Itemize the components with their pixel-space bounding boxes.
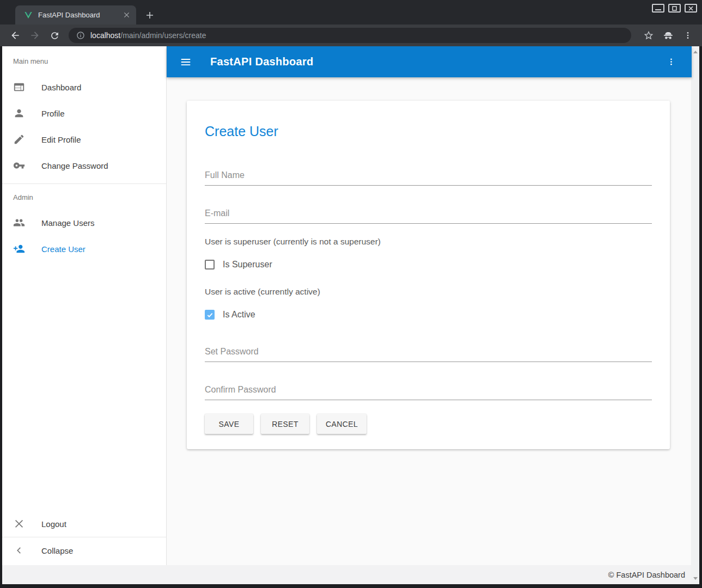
browser-tab[interactable]: FastAPI Dashboard — [15, 5, 136, 24]
form-actions: SAVE RESET CANCEL — [205, 414, 652, 434]
sidebar-section-admin: Admin — [2, 184, 166, 202]
full-name-input[interactable] — [205, 170, 652, 186]
sidebar-item-label: Dashboard — [41, 83, 81, 92]
app-menu-kebab-icon[interactable] — [664, 56, 677, 69]
is-superuser-checkbox[interactable] — [205, 260, 215, 270]
create-user-card: Create User User is superuser (currently… — [187, 101, 670, 449]
sidebar-item-dashboard[interactable]: Dashboard — [2, 74, 166, 100]
sidebar-bottom: Logout Collapse — [2, 511, 166, 564]
incognito-icon — [661, 28, 676, 43]
new-tab-button[interactable] — [142, 8, 157, 22]
pencil-icon — [13, 133, 25, 145]
page-title: Create User — [205, 124, 652, 139]
sidebar: Main menu Dashboard Profile Edit Profile — [2, 46, 167, 565]
email-field — [205, 209, 652, 224]
dashboard-icon — [13, 81, 25, 93]
browser-menu-icon[interactable] — [680, 28, 695, 43]
sidebar-item-label: Edit Profile — [41, 135, 81, 144]
group-icon — [13, 217, 25, 229]
confirm-password-field — [205, 385, 652, 400]
app-toolbar: FastAPI Dashboard — [167, 46, 692, 77]
main-area: FastAPI Dashboard Create User User is su… — [167, 46, 692, 565]
email-input[interactable] — [205, 209, 652, 224]
vue-logo-icon — [24, 11, 33, 20]
reset-button[interactable]: RESET — [261, 414, 309, 434]
chevron-left-icon — [13, 544, 25, 556]
app-title: FastAPI Dashboard — [210, 56, 314, 68]
password-field — [205, 347, 652, 362]
page: Main menu Dashboard Profile Edit Profile — [2, 46, 699, 584]
url-host: localhost — [90, 31, 120, 40]
cancel-button[interactable]: CANCEL — [317, 414, 367, 434]
back-button[interactable] — [8, 28, 23, 43]
save-button[interactable]: SAVE — [205, 414, 253, 434]
site-info-icon[interactable] — [76, 31, 85, 40]
confirm-password-input[interactable] — [205, 385, 652, 400]
browser-titlebar: FastAPI Dashboard — [0, 0, 702, 24]
copyright-text: © FastAPI Dashboard — [608, 571, 685, 579]
person-add-icon — [13, 243, 25, 255]
key-icon — [13, 160, 25, 171]
checkbox-label: Is Superuser — [223, 260, 272, 270]
bookmark-star-icon[interactable] — [641, 28, 656, 43]
window-controls — [652, 4, 697, 13]
sidebar-item-label: Manage Users — [41, 218, 95, 228]
sidebar-item-profile[interactable]: Profile — [2, 100, 166, 126]
window-close-button[interactable] — [685, 4, 697, 13]
full-name-field — [205, 170, 652, 186]
hamburger-menu-icon[interactable] — [179, 56, 192, 69]
url-bar[interactable]: localhost/main/admin/users/create — [69, 28, 631, 43]
sidebar-item-create-user[interactable]: Create User — [2, 236, 166, 262]
is-active-checkbox[interactable] — [205, 310, 215, 320]
is-superuser-checkbox-row[interactable]: Is Superuser — [205, 260, 652, 270]
page-scrollbar[interactable] — [691, 46, 699, 584]
sidebar-item-label: Logout — [41, 519, 66, 529]
sidebar-item-label: Change Password — [41, 161, 108, 170]
person-icon — [13, 107, 25, 119]
content-area: Create User User is superuser (currently… — [167, 77, 692, 546]
window-minimize-button[interactable] — [652, 4, 664, 13]
checkbox-label: Is Active — [223, 310, 255, 320]
reload-button[interactable] — [47, 28, 62, 43]
scrollbar-up-arrow[interactable] — [693, 51, 698, 53]
url-text: localhost/main/admin/users/create — [90, 31, 206, 40]
password-input[interactable] — [205, 347, 652, 362]
sidebar-item-label: Profile — [41, 109, 65, 118]
sidebar-item-logout[interactable]: Logout — [2, 511, 166, 537]
superuser-hint: User is superuser (currently is not a su… — [205, 236, 652, 247]
scrollbar-down-arrow[interactable] — [693, 577, 698, 580]
window-maximize-button[interactable] — [668, 4, 681, 13]
tab-close-icon[interactable] — [121, 10, 132, 21]
tab-title: FastAPI Dashboard — [38, 11, 121, 19]
active-hint: User is active (currently active) — [205, 286, 652, 297]
sidebar-item-label: Collapse — [41, 546, 73, 555]
page-footer: © FastAPI Dashboard — [2, 565, 699, 584]
browser-toolbar: localhost/main/admin/users/create — [0, 24, 702, 46]
sidebar-section-main-menu: Main menu — [2, 46, 166, 66]
sidebar-item-change-password[interactable]: Change Password — [2, 152, 166, 179]
sidebar-item-manage-users[interactable]: Manage Users — [2, 210, 166, 236]
url-path: /main/admin/users/create — [120, 31, 206, 40]
sidebar-item-collapse[interactable]: Collapse — [2, 537, 166, 564]
sidebar-item-label: Create User — [41, 244, 86, 254]
close-icon — [13, 518, 25, 530]
is-active-checkbox-row[interactable]: Is Active — [205, 310, 652, 320]
sidebar-item-edit-profile[interactable]: Edit Profile — [2, 126, 166, 152]
forward-button[interactable] — [27, 28, 42, 43]
